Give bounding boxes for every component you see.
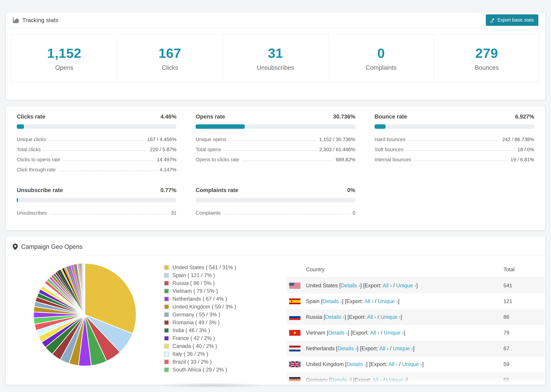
legend-item-vietnam[interactable]: Vietnam ( 79 / 5% ) xyxy=(164,288,286,294)
dotted-leader xyxy=(242,161,333,161)
rate-title-row: Unsubscribe rate0.77% xyxy=(17,187,177,193)
details-link-germany[interactable]: Details › xyxy=(331,377,350,383)
total-cell: 59 xyxy=(503,361,544,367)
legend-item-netherlands[interactable]: Netherlands ( 67 / 4% ) xyxy=(164,296,286,302)
export-unique-link-russia[interactable]: Unique › xyxy=(381,314,401,320)
table-row-germany: Germany [Details ›] [Export: All › / Uni… xyxy=(286,372,544,385)
flag-de-icon xyxy=(289,377,300,383)
opens-rate-progress-bar xyxy=(196,124,355,129)
link-punctuation: / xyxy=(382,377,386,383)
link-punctuation: ] [Export: xyxy=(350,377,373,383)
country-column-header: Country xyxy=(306,266,325,273)
export-unique-link-united-kingdom[interactable]: Unique › xyxy=(402,361,422,367)
detail-value: 0 xyxy=(353,210,355,216)
export-unique-link-germany[interactable]: Unique › xyxy=(386,377,406,383)
bar-chart-icon xyxy=(13,17,19,23)
detail-label: Total clicks xyxy=(17,147,41,152)
overview-stat-unsubscribes: 31Unsubscribes xyxy=(222,34,328,82)
detail-label: Internal bounces xyxy=(374,157,411,162)
export-unique-link-vietnam[interactable]: Unique › xyxy=(384,330,404,336)
dotted-leader xyxy=(50,214,168,215)
legend-item-united-states[interactable]: United States ( 541 / 31% ) xyxy=(164,264,286,271)
stat-value: 0 xyxy=(377,45,385,61)
details-link-united-kingdom[interactable]: Details › xyxy=(347,361,366,367)
overview-stats-row: 1,152Opens167Clicks31Unsubscribes0Compla… xyxy=(6,28,545,100)
legend-item-united-kingdom[interactable]: United Kingdom ( 59 / 3% ) xyxy=(164,304,286,310)
legend-item-south-africa[interactable]: South Africa ( 29 / 2% ) xyxy=(164,367,286,373)
legend-label: South Africa ( 29 / 2% ) xyxy=(172,367,227,373)
progress-fill xyxy=(17,198,18,202)
legend-swatch xyxy=(164,343,169,349)
export-button-label: Export basic stats xyxy=(497,17,534,23)
export-unique-link-united-states[interactable]: Unique › xyxy=(396,283,416,288)
country-name: Vietnam xyxy=(306,330,325,336)
rate-detail-row: Clicks to opens rate14.497% xyxy=(17,157,177,162)
detail-value: 2,303 / 61.446% xyxy=(319,147,355,152)
rate-detail-row: Opens to clicks rate689.82% xyxy=(196,157,355,162)
detail-value: 689.82% xyxy=(336,157,355,162)
export-unique-link-netherlands[interactable]: Unique › xyxy=(393,345,413,351)
detail-label: Click through rate xyxy=(17,167,56,173)
legend-item-romania[interactable]: Romania ( 49 / 3% ) xyxy=(164,320,286,326)
detail-value: 19 / 6.81% xyxy=(510,157,534,162)
rate-detail-row: Soft bounces18 / 0% xyxy=(374,147,534,152)
overview-stat-clicks: 167Clicks xyxy=(117,34,223,82)
detail-value: 14.497% xyxy=(157,157,177,162)
export-all-link-germany[interactable]: All › xyxy=(373,377,381,383)
total-cell: 67 xyxy=(503,345,544,352)
export-all-link-spain[interactable]: All › xyxy=(364,298,373,304)
link-punctuation: ] [Export: xyxy=(348,330,370,336)
legend-item-canada[interactable]: Canada ( 40 / 2% ) xyxy=(164,343,286,349)
legend-label: Romania ( 49 / 3% ) xyxy=(172,320,220,326)
legend-item-germany[interactable]: Germany ( 55 / 3% ) xyxy=(164,312,286,318)
export-all-link-vietnam[interactable]: All › xyxy=(370,330,379,336)
dotted-leader xyxy=(58,170,157,171)
legend-item-france[interactable]: France ( 42 / 2% ) xyxy=(164,335,286,341)
geo-header: Campaign Geo Opens xyxy=(6,236,545,256)
detail-value: 1,152 / 30.736% xyxy=(319,137,355,142)
bounce-rate-value: 6.927% xyxy=(515,113,534,120)
complaints-rate-title: Complaints rate xyxy=(196,187,238,193)
rate-title-row: Complaints rate0% xyxy=(196,187,355,193)
country-cell: Netherlands [Details ›] [Export: All › /… xyxy=(306,345,414,352)
stat-label: Complaints xyxy=(366,64,396,71)
legend-label: Brazil ( 33 / 2% ) xyxy=(172,359,212,365)
detail-label: Hard bounces xyxy=(374,137,406,142)
geo-title-label: Campaign Geo Opens xyxy=(21,243,83,250)
legend-item-spain[interactable]: Spain ( 121 / 7% ) xyxy=(164,272,286,279)
table-row-spain: Spain [Details ›] [Export: All › / Uniqu… xyxy=(286,294,544,309)
stat-value: 31 xyxy=(268,45,283,61)
details-link-spain[interactable]: Details › xyxy=(323,298,342,304)
tracking-stats-header: Tracking stats Export basic stats xyxy=(6,12,545,28)
legend-item-italy[interactable]: Italy ( 36 / 2% ) xyxy=(164,351,286,357)
details-link-netherlands[interactable]: Details › xyxy=(338,345,357,351)
export-basic-stats-button[interactable]: Export basic stats xyxy=(486,14,538,26)
dotted-leader xyxy=(49,140,145,141)
dotted-leader xyxy=(406,150,515,151)
legend-item-russia[interactable]: Russia ( 86 / 5% ) xyxy=(164,280,286,286)
legend-item-india[interactable]: India ( 46 / 3% ) xyxy=(164,327,286,334)
detail-label: Unsubscribes xyxy=(17,210,47,216)
legend-label: Netherlands ( 67 / 4% ) xyxy=(172,296,227,302)
detail-label: Total opens xyxy=(196,147,221,152)
link-punctuation: [ xyxy=(335,345,338,351)
export-all-link-united-states[interactable]: All › xyxy=(383,283,392,288)
export-all-link-united-kingdom[interactable]: All › xyxy=(389,361,397,367)
export-all-link-russia[interactable]: All › xyxy=(367,314,376,320)
total-column-header: Total xyxy=(503,266,544,273)
dotted-leader xyxy=(43,150,147,151)
link-punctuation: [ xyxy=(338,283,341,288)
details-link-vietnam[interactable]: Details › xyxy=(328,330,348,336)
geo-pie-chart[interactable] xyxy=(33,262,137,367)
export-unique-link-spain[interactable]: Unique › xyxy=(378,298,398,304)
detail-label: Unique clicks xyxy=(17,137,46,142)
export-all-link-netherlands[interactable]: All › xyxy=(379,345,389,351)
flag-es-icon xyxy=(289,298,300,304)
clicks-rate-progress-bar xyxy=(17,124,177,129)
bounce-rate-title: Bounce rate xyxy=(374,113,407,120)
complaints-rate-value: 0% xyxy=(347,187,355,193)
legend-item-brazil[interactable]: Brazil ( 33 / 2% ) xyxy=(164,359,286,365)
details-link-united-states[interactable]: Details › xyxy=(341,283,360,288)
details-link-russia[interactable]: Details › xyxy=(325,314,345,320)
complaints-rate-progress-bar xyxy=(196,198,355,202)
